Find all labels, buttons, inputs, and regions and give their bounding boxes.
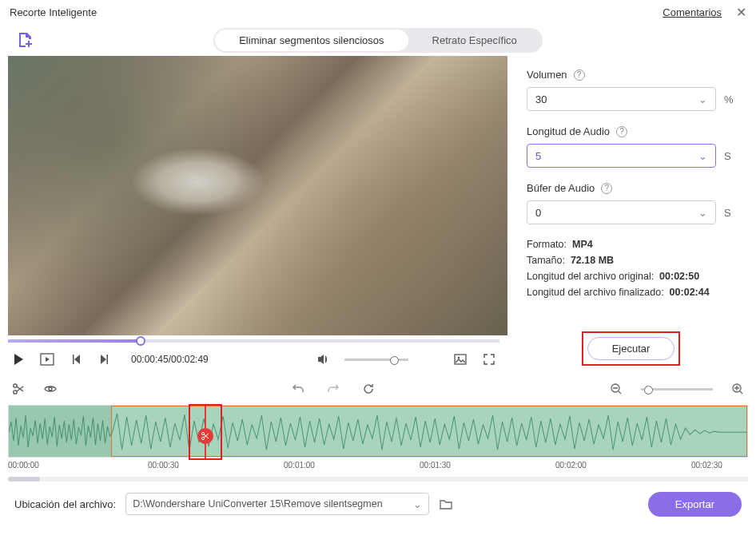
help-icon[interactable]: ?: [601, 183, 612, 194]
final-length-label: Longitud del archivo finalizado:: [527, 287, 664, 298]
tab-silent-segments[interactable]: Eliminar segmentos silenciosos: [215, 30, 408, 51]
svg-point-5: [49, 387, 52, 390]
timeline-scrollbar[interactable]: [8, 477, 748, 482]
eye-icon[interactable]: [43, 382, 58, 396]
window-title: Recorte Inteligente: [10, 6, 97, 18]
chevron-down-icon: ⌄: [698, 93, 707, 105]
volume-icon[interactable]: [316, 352, 330, 367]
close-icon[interactable]: ✕: [736, 5, 746, 20]
volume-label: Volumen: [527, 69, 567, 81]
chevron-down-icon: ⌄: [698, 150, 707, 162]
prev-frame-icon[interactable]: [69, 352, 83, 367]
seek-bar[interactable]: [8, 339, 499, 343]
orig-length-label: Longitud del archivo original:: [527, 271, 654, 282]
cut-region-highlight: [189, 404, 222, 460]
zoom-slider[interactable]: [641, 388, 713, 390]
fullscreen-icon[interactable]: [482, 352, 496, 367]
file-location-select[interactable]: D:\Wondershare UniConverter 15\Remove si…: [125, 493, 429, 515]
timeline-ruler: 00:00:00 00:00:30 00:01:00 00:01:30 00:0…: [8, 458, 748, 475]
svg-rect-1: [455, 355, 466, 364]
zoom-in-icon[interactable]: [730, 382, 745, 396]
volume-slider[interactable]: [344, 359, 408, 361]
svg-point-3: [14, 384, 17, 387]
video-preview[interactable]: [8, 56, 507, 335]
audio-length-label: Longitud de Audio: [527, 125, 610, 137]
final-length-value: 00:02:44: [670, 287, 710, 298]
play-icon[interactable]: [11, 352, 26, 367]
audio-length-select[interactable]: 5⌄: [527, 144, 716, 168]
audio-buffer-unit: S: [724, 207, 735, 219]
svg-point-4: [14, 390, 17, 394]
scissors-icon[interactable]: [11, 382, 26, 396]
next-frame-icon[interactable]: [97, 352, 112, 367]
run-button[interactable]: Ejecutar: [587, 337, 675, 360]
snapshot-icon[interactable]: [453, 352, 468, 367]
tab-portrait[interactable]: Retrato Específico: [408, 30, 541, 51]
orig-length-value: 00:02:50: [659, 271, 699, 282]
size-value: 72.18 MB: [571, 255, 614, 266]
cut-handle-icon[interactable]: [197, 428, 213, 444]
format-label: Formato:: [527, 239, 567, 250]
file-location-label: Ubicación del archivo:: [14, 498, 116, 510]
refresh-icon[interactable]: [361, 382, 376, 396]
run-highlight: Ejecutar: [582, 331, 681, 366]
audio-buffer-label: Búfer de Audio: [527, 182, 595, 194]
mode-tabs: Eliminar segmentos silenciosos Retrato E…: [213, 28, 543, 53]
undo-icon[interactable]: [291, 382, 305, 396]
format-value: MP4: [572, 239, 593, 250]
open-folder-icon[interactable]: [439, 497, 453, 511]
export-button[interactable]: Exportar: [648, 492, 742, 517]
playback-time: 00:00:45/00:02:49: [131, 354, 209, 365]
play-frame-icon[interactable]: [40, 352, 54, 367]
help-icon[interactable]: ?: [616, 126, 627, 137]
app-logo-icon: [16, 30, 35, 50]
comments-link[interactable]: Comentarios: [662, 6, 722, 18]
size-label: Tamaño:: [527, 255, 565, 266]
redo-icon[interactable]: [326, 382, 340, 396]
volume-select[interactable]: 30⌄: [527, 87, 716, 111]
audio-buffer-select[interactable]: 0⌄: [527, 200, 716, 224]
chevron-down-icon: ⌄: [698, 207, 707, 219]
chevron-down-icon: ⌄: [413, 498, 422, 510]
zoom-out-icon[interactable]: [609, 382, 623, 396]
help-icon[interactable]: ?: [574, 69, 585, 81]
svg-point-2: [458, 357, 460, 359]
volume-unit: %: [724, 93, 735, 105]
waveform-track[interactable]: [8, 405, 748, 458]
audio-length-unit: S: [724, 150, 735, 162]
